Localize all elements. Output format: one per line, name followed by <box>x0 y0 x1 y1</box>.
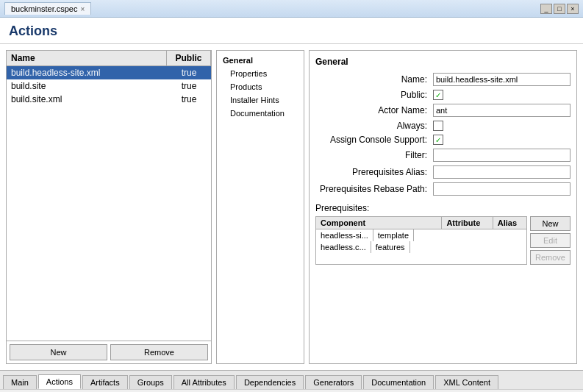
middle-panel: General Properties Products Installer Hi… <box>216 50 304 364</box>
name-column-header: Name <box>7 51 167 65</box>
list-item[interactable]: build.site true <box>7 79 211 93</box>
filter-input[interactable] <box>433 149 571 162</box>
assign-console-checkbox[interactable]: ✓ <box>433 135 443 145</box>
tab-artifacts[interactable]: Artifacts <box>82 375 128 389</box>
new-action-button[interactable]: New <box>10 344 107 360</box>
prereq-rebase-input[interactable] <box>433 182 571 196</box>
tab-all-attributes[interactable]: All Attributes <box>174 375 235 389</box>
remove-action-button[interactable]: Remove <box>110 344 208 360</box>
prereq-container: Component Attribute Alias headless-si...… <box>315 216 571 265</box>
tree-item-products[interactable]: Products <box>217 80 304 93</box>
actions-list: build.headless-site.xml true build.site … <box>7 66 211 341</box>
prereq-alias-row: Prerequisites Alias: <box>315 165 571 179</box>
prereq-table: Component Attribute Alias headless-si...… <box>316 217 526 253</box>
filter-label: Filter: <box>315 150 433 160</box>
list-item-public: true <box>167 66 211 79</box>
right-panel: General Name: Public: ✓ Actor Name: Alwa… <box>309 50 577 364</box>
actor-name-input[interactable] <box>433 104 571 117</box>
prereq-alias <box>414 229 423 241</box>
page-title: Actions <box>0 18 583 44</box>
list-item[interactable]: build.site.xml true <box>7 93 211 106</box>
prereq-attribute: template <box>373 229 414 241</box>
tree-item-installer-hints[interactable]: Installer Hints <box>217 93 304 107</box>
tab-actions[interactable]: Actions <box>38 374 81 389</box>
assign-console-row: Assign Console Support: ✓ <box>315 135 571 145</box>
actor-name-row: Actor Name: <box>315 104 571 117</box>
prereq-buttons: New Edit Remove <box>530 216 571 265</box>
prereq-table-wrapper: Component Attribute Alias headless-si...… <box>315 216 527 265</box>
alias-col-header: Alias <box>493 217 526 229</box>
prereq-rebase-label: Prerequisites Rebase Path: <box>315 184 433 194</box>
always-label: Always: <box>315 121 433 131</box>
tab-documentation[interactable]: Documentation <box>363 375 434 389</box>
window-controls: _ □ × <box>540 4 579 14</box>
left-panel-buttons: New Remove <box>7 341 211 363</box>
tree-item-properties[interactable]: Properties <box>217 67 304 80</box>
maximize-button[interactable]: □ <box>554 4 565 14</box>
always-checkbox[interactable] <box>433 121 443 131</box>
prereq-component: headless.c... <box>316 241 371 253</box>
prereq-edit-button[interactable]: Edit <box>530 233 571 248</box>
attribute-col-header: Attribute <box>442 217 493 229</box>
minimize-button[interactable]: _ <box>540 4 552 14</box>
tab-groups[interactable]: Groups <box>129 375 172 389</box>
prereq-row[interactable]: headless.c... features <box>316 241 442 253</box>
prerequisites-section: Prerequisites: Component Attribute Alias <box>315 203 571 265</box>
tab-generators[interactable]: Generators <box>305 375 362 389</box>
form-section-title: General <box>315 57 571 67</box>
public-row: Public: ✓ <box>315 90 571 100</box>
close-window-button[interactable]: × <box>567 4 579 14</box>
prerequisites-label: Prerequisites: <box>315 203 571 213</box>
name-row: Name: <box>315 73 571 86</box>
list-header: Name Public <box>7 51 211 66</box>
prereq-alias-input[interactable] <box>433 165 571 179</box>
close-icon[interactable]: × <box>80 5 85 13</box>
public-checkbox[interactable]: ✓ <box>433 90 443 100</box>
list-item-name: build.site <box>7 79 167 93</box>
filter-row: Filter: <box>315 149 571 162</box>
prereq-row[interactable]: headless-si... template <box>316 229 442 241</box>
prereq-alias-label: Prerequisites Alias: <box>315 167 433 177</box>
left-panel: Name Public build.headless-site.xml true… <box>6 50 212 364</box>
list-item-name: build.site.xml <box>7 93 167 106</box>
public-column-header: Public <box>167 51 211 65</box>
tab-label: buckminster.cspec <box>11 4 77 13</box>
tab-xml-content[interactable]: XML Content <box>435 375 498 389</box>
always-row: Always: <box>315 121 571 131</box>
prereq-alias <box>410 241 419 253</box>
tree-item-documentation[interactable]: Documentation <box>217 107 304 120</box>
title-bar: buckminster.cspec × _ □ × <box>0 0 583 18</box>
component-col-header: Component <box>316 217 442 229</box>
list-item-public: true <box>167 93 211 106</box>
public-label: Public: <box>315 90 433 100</box>
assign-console-label: Assign Console Support: <box>315 135 433 145</box>
prereq-new-button[interactable]: New <box>530 216 571 231</box>
list-item[interactable]: build.headless-site.xml true <box>7 66 211 79</box>
prereq-attribute: features <box>371 241 410 253</box>
bottom-tabs: Main Actions Artifacts Groups All Attrib… <box>0 370 583 389</box>
name-label: Name: <box>315 74 433 85</box>
file-tab[interactable]: buckminster.cspec × <box>4 2 91 15</box>
tree-item-general[interactable]: General <box>217 54 304 67</box>
content-area: Name Public build.headless-site.xml true… <box>0 44 583 370</box>
status-bar: External Save As <box>0 389 583 392</box>
prereq-remove-button[interactable]: Remove <box>530 250 571 265</box>
main-content: Name Public build.headless-site.xml true… <box>0 44 583 389</box>
list-item-public: true <box>167 79 211 93</box>
prereq-rebase-row: Prerequisites Rebase Path: <box>315 182 571 196</box>
tab-main[interactable]: Main <box>3 375 37 389</box>
list-item-name: build.headless-site.xml <box>7 66 167 79</box>
name-input[interactable] <box>433 73 571 86</box>
actor-name-label: Actor Name: <box>315 105 433 115</box>
prereq-component: headless-si... <box>316 229 373 241</box>
tab-dependencies[interactable]: Dependencies <box>236 375 304 389</box>
